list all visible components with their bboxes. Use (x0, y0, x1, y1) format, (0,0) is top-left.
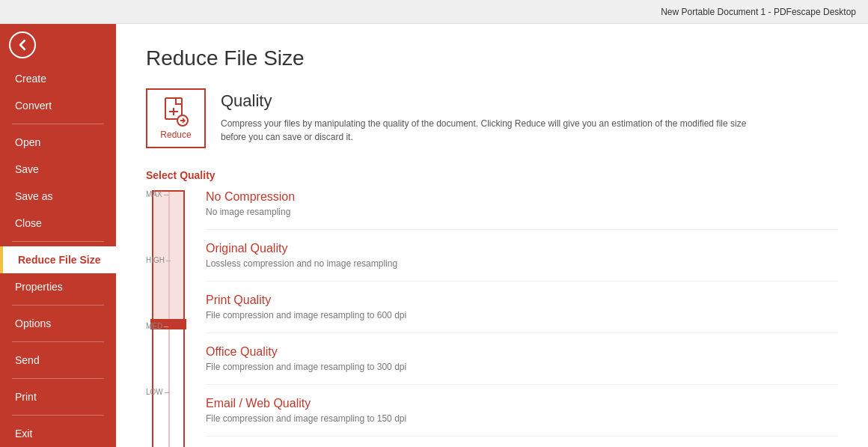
divider-5 (12, 378, 104, 379)
reduce-icon-box: Reduce (146, 88, 206, 148)
quality-option-desc-1: Lossless compression and no image resamp… (206, 258, 838, 269)
sidebar-item-open[interactable]: Open (0, 129, 116, 156)
title-separator: - (765, 7, 774, 17)
quality-selector: MAX HIGH MED LOW MIN No Compression (146, 190, 838, 447)
quality-option-desc-2: File compression and image resampling to… (206, 310, 838, 320)
sidebar: Create Convert Open Save Save as Close R… (0, 24, 116, 447)
divider-4 (12, 341, 104, 342)
quality-option-title-0: No Compression (206, 190, 838, 204)
quality-option-email-web[interactable]: Email / Web Quality File compression and… (206, 385, 838, 437)
quality-option-office[interactable]: Office Quality File compression and imag… (206, 333, 838, 385)
quality-description-area: Quality Compress your files by manipulat… (221, 88, 760, 144)
quality-description-text: Compress your files by manipulating the … (221, 117, 760, 144)
slider-label-med: MED (146, 322, 168, 330)
slider-label-max: MAX (146, 190, 168, 198)
app-name: PDFescape Desktop (774, 7, 856, 17)
divider-6 (12, 415, 104, 416)
reduce-icon-label: Reduce (160, 130, 191, 140)
quality-option-desc-3: File compression and image resampling to… (206, 362, 838, 372)
document-name: New Portable Document 1 (661, 7, 765, 17)
quality-title: Quality (221, 91, 760, 111)
divider-3 (12, 305, 104, 305)
quality-option-print[interactable]: Print Quality File compression and image… (206, 282, 838, 333)
slider-label-low: LOW (146, 388, 169, 396)
divider-2 (12, 241, 104, 242)
divider-1 (12, 124, 104, 124)
sidebar-item-exit[interactable]: Exit (0, 420, 116, 447)
sidebar-nav: Create Convert Open Save Save as Close R… (0, 65, 116, 447)
quality-option-desc-4: File compression and image resampling to… (206, 413, 838, 424)
quality-option-title-4: Email / Web Quality (206, 397, 838, 410)
page-title: Reduce File Size (146, 46, 838, 70)
main-content: Reduce File Size Reduce Quality Compress… (116, 24, 868, 447)
quality-option-no-compression[interactable]: No Compression No image resampling (206, 190, 838, 230)
title-bar: New Portable Document 1 - PDFescape Desk… (0, 0, 868, 24)
sidebar-item-create[interactable]: Create (0, 65, 116, 92)
quality-header: Reduce Quality Compress your files by ma… (146, 88, 838, 148)
sidebar-item-properties[interactable]: Properties (0, 273, 116, 300)
sidebar-item-reduce-file-size[interactable]: Reduce File Size (0, 246, 116, 273)
sidebar-item-send[interactable]: Send (0, 347, 116, 374)
sidebar-item-convert[interactable]: Convert (0, 92, 116, 119)
quality-option-desc-0: No image resampling (206, 207, 838, 217)
sidebar-item-close[interactable]: Close (0, 210, 116, 237)
sidebar-item-print[interactable]: Print (0, 383, 116, 410)
quality-options-list: No Compression No image resampling Origi… (206, 190, 838, 447)
reduce-file-icon (161, 97, 191, 127)
back-button[interactable] (0, 24, 45, 65)
sidebar-item-save[interactable]: Save (0, 156, 116, 183)
back-circle-icon (9, 31, 36, 58)
sidebar-item-save-as[interactable]: Save as (0, 183, 116, 210)
slider-label-high: HIGH (146, 256, 171, 264)
quality-option-title-3: Office Quality (206, 345, 838, 359)
main-layout: Create Convert Open Save Save as Close R… (0, 24, 868, 447)
select-quality-label: Select Quality (146, 169, 838, 181)
quality-option-title-1: Original Quality (206, 242, 838, 255)
quality-option-title-2: Print Quality (206, 294, 838, 307)
sidebar-item-options[interactable]: Options (0, 310, 116, 337)
quality-slider[interactable]: MAX HIGH MED LOW MIN (146, 190, 191, 447)
quality-option-original[interactable]: Original Quality Lossless compression an… (206, 230, 838, 282)
